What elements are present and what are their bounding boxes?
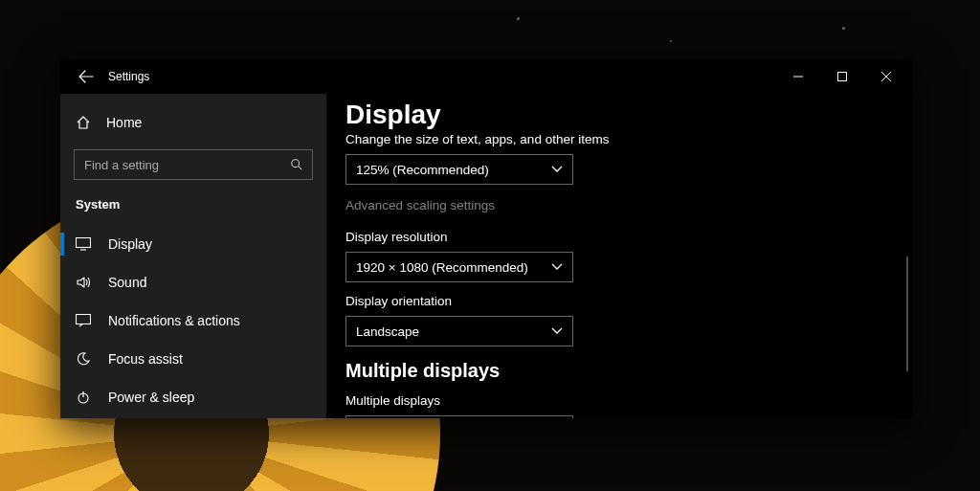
multiple-displays-heading: Multiple displays — [345, 360, 893, 382]
resolution-value: 1920 × 1080 (Recommended) — [356, 260, 528, 275]
sidebar-item-display[interactable]: Display — [60, 225, 326, 263]
page-title: Display — [345, 100, 893, 130]
sidebar-item-focus-assist[interactable]: Focus assist — [60, 340, 326, 378]
close-button[interactable] — [864, 62, 908, 91]
scale-dropdown[interactable]: 125% (Recommended) — [345, 154, 573, 185]
sidebar-item-label: Focus assist — [108, 351, 183, 367]
title-bar: Settings — [60, 59, 912, 94]
power-icon — [76, 390, 91, 405]
sidebar-item-label: Notifications & actions — [108, 313, 240, 328]
orientation-label: Display orientation — [345, 294, 893, 308]
advanced-scaling-link[interactable]: Advanced scaling settings — [345, 198, 495, 212]
svg-point-1 — [292, 160, 300, 167]
svg-rect-2 — [77, 238, 91, 248]
orientation-value: Landscape — [356, 324, 419, 339]
scale-label: Change the size of text, apps, and other… — [345, 132, 893, 146]
chevron-down-icon — [551, 263, 563, 271]
content-pane: Display Change the size of text, apps, a… — [326, 94, 912, 418]
multiple-label: Multiple displays — [345, 393, 893, 408]
sidebar-item-power-sleep[interactable]: Power & sleep — [60, 378, 326, 416]
maximize-button[interactable] — [820, 62, 864, 91]
svg-rect-3 — [77, 315, 91, 324]
svg-rect-0 — [838, 73, 847, 81]
sidebar-item-label: Power & sleep — [108, 390, 194, 405]
window-title: Settings — [108, 70, 149, 83]
sidebar-item-notifications[interactable]: Notifications & actions — [60, 301, 326, 340]
scrollbar[interactable] — [906, 257, 908, 371]
minimize-button[interactable] — [776, 62, 820, 91]
search-input[interactable] — [74, 149, 313, 180]
scale-value: 125% (Recommended) — [356, 163, 489, 177]
back-button[interactable] — [72, 62, 100, 91]
resolution-dropdown[interactable]: 1920 × 1080 (Recommended) — [345, 252, 573, 282]
home-nav[interactable]: Home — [60, 103, 326, 142]
home-icon — [76, 115, 91, 130]
sidebar: Home System Display — [60, 94, 326, 418]
close-icon — [881, 72, 891, 81]
focus-assist-icon — [76, 351, 91, 367]
settings-window: Settings Home — [60, 59, 912, 418]
sidebar-item-sound[interactable]: Sound — [60, 263, 326, 301]
maximize-icon — [837, 72, 847, 81]
orientation-dropdown[interactable]: Landscape — [345, 316, 573, 346]
multiple-displays-dropdown[interactable]: Extend these displays — [345, 415, 573, 418]
sidebar-item-label: Sound — [108, 275, 146, 290]
home-label: Home — [106, 115, 142, 130]
resolution-label: Display resolution — [345, 230, 893, 244]
display-icon — [76, 237, 91, 251]
chevron-down-icon — [551, 166, 563, 173]
sidebar-item-label: Display — [108, 236, 152, 252]
search-icon — [290, 158, 303, 171]
notifications-icon — [76, 314, 91, 327]
sidebar-category: System — [60, 190, 326, 217]
back-arrow-icon — [78, 69, 94, 84]
sound-icon — [76, 275, 91, 290]
minimize-icon — [793, 72, 803, 81]
chevron-down-icon — [551, 327, 563, 335]
